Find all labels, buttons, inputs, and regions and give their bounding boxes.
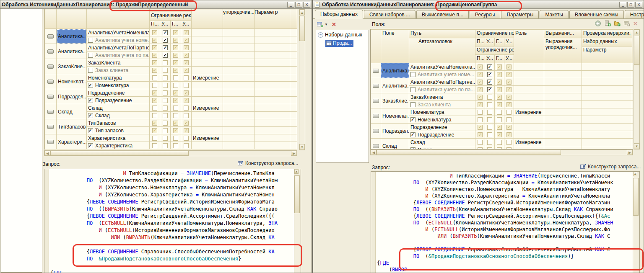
scroll-up-arrow[interactable]: ▲ [294, 169, 299, 174]
col-expr-ordering[interactable]: Выражения упорядочив... [544, 38, 582, 63]
title-checkbox[interactable] [410, 117, 415, 122]
restriction-cell[interactable] [495, 101, 504, 108]
restriction-cell[interactable] [181, 89, 192, 97]
field-title-row[interactable]: Подразделение [371, 131, 633, 139]
checkbox[interactable] [163, 53, 168, 58]
restriction-cell[interactable] [485, 131, 495, 139]
col-path[interactable] [87, 9, 150, 29]
checkbox[interactable] [497, 110, 502, 115]
restriction-cell[interactable] [181, 97, 192, 104]
field-row[interactable]: Аналитика...АналитикаУчетаНоменкла... [45, 29, 297, 36]
field-title-row[interactable]: Заказ клиента [371, 101, 633, 108]
restriction-cell[interactable] [181, 119, 192, 127]
checkbox[interactable] [184, 68, 189, 73]
checkbox[interactable] [478, 87, 483, 92]
restriction-cell[interactable] [495, 116, 504, 124]
empty-cell[interactable] [254, 59, 290, 67]
field-cell[interactable]: Номенклат... [57, 74, 87, 89]
path-cell[interactable]: АналитикаУчетаНоменкла... [87, 29, 150, 36]
restriction-cell[interactable] [171, 59, 181, 67]
scroll-down-arrow[interactable]: ▼ [634, 143, 639, 149]
title-cell[interactable]: Аналитика учета номе... [409, 71, 475, 78]
checkbox[interactable] [173, 68, 178, 73]
row-marker[interactable] [371, 78, 381, 93]
checkbox[interactable] [163, 75, 168, 80]
empty-cell[interactable] [582, 71, 632, 78]
empty-cell[interactable] [290, 142, 297, 149]
empty-cell[interactable] [632, 116, 633, 124]
row-marker[interactable] [45, 74, 57, 89]
empty-cell[interactable] [254, 89, 290, 97]
restriction-cell[interactable] [475, 71, 485, 78]
field-cell[interactable]: Подраздел... [57, 89, 87, 104]
empty-cell[interactable] [514, 71, 544, 78]
restriction-cell[interactable] [181, 74, 192, 82]
checkbox[interactable] [152, 90, 157, 95]
empty-cell[interactable] [582, 116, 632, 124]
restriction-cell[interactable] [160, 142, 171, 149]
empty-cell[interactable] [290, 29, 297, 36]
title-cell[interactable]: Склад [87, 112, 150, 119]
restriction-cell[interactable] [150, 104, 160, 112]
field-row[interactable]: ЗаказКлие...ЗаказКлиента [371, 93, 633, 101]
checkbox[interactable] [506, 110, 512, 115]
role-cell[interactable] [192, 89, 223, 97]
checkbox[interactable] [173, 30, 178, 35]
empty-cell[interactable] [544, 108, 582, 116]
scroll-up-arrow[interactable]: ▲ [634, 29, 639, 35]
query-builder-link[interactable]: Конструктор запроса... [580, 164, 641, 170]
role-cell[interactable] [192, 44, 223, 52]
checkbox[interactable] [184, 90, 189, 95]
field-cell[interactable]: Подраздел... [381, 124, 409, 139]
checkbox[interactable] [163, 68, 168, 73]
empty-cell[interactable] [544, 101, 582, 108]
title-checkbox[interactable] [88, 98, 93, 103]
delete-dataset-icon[interactable]: ✕ [332, 21, 336, 28]
restriction-cell[interactable] [160, 104, 171, 112]
path-cell[interactable]: Склад [87, 104, 150, 112]
restriction-cell[interactable] [171, 134, 181, 142]
col-u[interactable]: У... [160, 21, 171, 29]
close-button[interactable]: X [303, 2, 310, 8]
checkbox[interactable] [478, 125, 483, 130]
role-cell[interactable] [514, 63, 544, 71]
checkbox[interactable] [497, 64, 502, 70]
empty-cell[interactable] [254, 74, 290, 82]
field-cell[interactable]: Аналитика... [381, 78, 409, 93]
empty-cell[interactable] [254, 97, 290, 104]
checkbox[interactable] [478, 132, 483, 137]
role-cell[interactable] [514, 124, 544, 131]
title-cell[interactable]: Тип запасов [87, 127, 150, 134]
path-cell[interactable]: Характеристика [87, 134, 150, 142]
empty-cell[interactable] [514, 131, 544, 139]
col-parameter[interactable]: Параметр [582, 46, 632, 63]
field-row[interactable]: Аналитика...АналитикаУчетаПоПартне... [371, 78, 633, 86]
checkbox[interactable] [152, 106, 157, 111]
role-cell[interactable] [514, 93, 544, 101]
checkbox[interactable] [163, 121, 168, 126]
restriction-cell[interactable] [160, 97, 171, 104]
title-checkbox[interactable] [88, 68, 93, 73]
empty-cell[interactable] [223, 89, 254, 97]
minimize-button[interactable]: _ [619, 2, 626, 8]
row-marker[interactable] [371, 63, 381, 78]
copy-field-icon[interactable] [604, 20, 611, 27]
checkbox[interactable] [497, 140, 502, 145]
checkbox[interactable] [184, 121, 189, 126]
checkbox[interactable] [506, 132, 512, 137]
row-marker[interactable] [45, 89, 57, 104]
field-row[interactable]: Аналитика...АналитикаУчетаПоПартне... [45, 44, 297, 52]
delete-field-icon[interactable]: ✕ [633, 21, 638, 27]
checkbox[interactable] [184, 53, 189, 58]
empty-cell[interactable] [290, 89, 297, 97]
checkbox[interactable] [487, 117, 492, 122]
role-cell[interactable] [192, 29, 223, 36]
add-folder-icon[interactable] [614, 20, 621, 27]
restriction-cell[interactable] [475, 78, 485, 86]
checkbox[interactable] [163, 143, 168, 148]
title-cell[interactable]: Аналитика учета по па... [87, 52, 150, 59]
query-text-area[interactable]: И ТипКлассификации = ЗНАЧЕНИЕ(Перечислен… [371, 171, 640, 273]
restriction-cell[interactable] [171, 112, 181, 119]
checkbox[interactable] [487, 125, 492, 130]
restriction-cell[interactable] [181, 44, 192, 52]
